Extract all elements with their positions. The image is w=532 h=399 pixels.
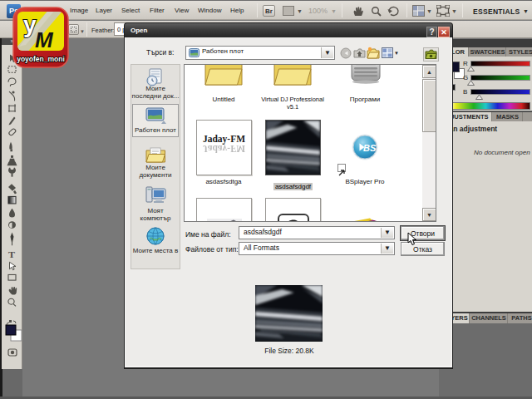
svg-text:M: M — [35, 27, 54, 52]
svg-text:T: T — [8, 250, 15, 261]
svg-text:yoyofen_moni: yoyofen_moni — [17, 55, 65, 63]
svg-text:BS: BS — [363, 143, 377, 153]
